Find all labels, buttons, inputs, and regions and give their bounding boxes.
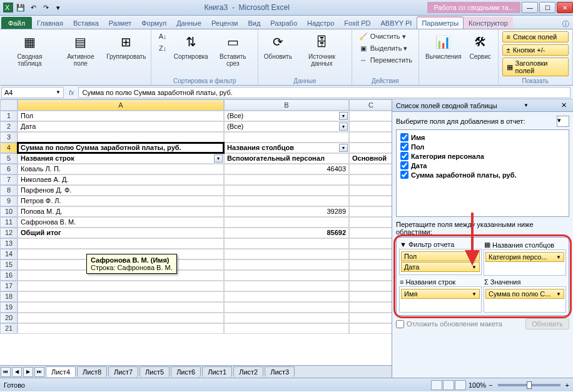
sheet-nav-last[interactable]: ⏭ (34, 367, 44, 377)
tab-home[interactable]: Главная (32, 17, 68, 29)
field-list-toggle[interactable]: ≡Список полей (502, 31, 569, 43)
row-header[interactable]: 12 (0, 228, 18, 238)
field-checkbox[interactable] (400, 152, 408, 160)
sheet-tab[interactable]: Лист3 (265, 366, 295, 377)
cell[interactable] (349, 196, 392, 206)
filter-dropdown-icon[interactable]: ▼ (339, 123, 348, 131)
select-all-corner[interactable] (0, 99, 18, 111)
update-button[interactable]: Обновить (525, 318, 569, 329)
row-header[interactable]: 17 (0, 281, 18, 291)
cell[interactable] (349, 185, 392, 196)
cell[interactable] (224, 249, 349, 259)
zoom-in-button[interactable]: + (565, 381, 569, 389)
tab-insert[interactable]: Вставка (68, 17, 104, 29)
row-header[interactable]: 6 (0, 164, 18, 174)
row-header[interactable]: 3 (0, 132, 18, 143)
cell[interactable] (349, 270, 392, 281)
field-checkbox[interactable] (400, 133, 408, 141)
field-item[interactable]: Пол (399, 142, 566, 151)
cell[interactable]: Петров Ф. Л. (18, 196, 224, 206)
select-button[interactable]: ▣Выделить ▾ (356, 43, 415, 54)
row-header[interactable]: 8 (0, 185, 18, 196)
row-pill[interactable]: Имя▼ (401, 289, 480, 299)
sort-asc-button[interactable]: A↓ (155, 31, 170, 42)
cell[interactable] (349, 143, 392, 153)
cell[interactable]: Названия столбцов▼ (224, 143, 349, 153)
buttons-toggle[interactable]: ±Кнопки +/- (502, 44, 569, 56)
field-item[interactable]: Дата (399, 161, 566, 170)
help-icon[interactable]: ⓘ (559, 19, 573, 29)
tab-addins[interactable]: Надстро (302, 17, 339, 29)
row-header[interactable]: 5 (0, 153, 18, 164)
column-pill[interactable]: Категория персо...▼ (485, 252, 564, 262)
cell[interactable] (349, 302, 392, 313)
headers-toggle[interactable]: ▦Заголовки полей (502, 58, 569, 76)
insert-slicer-button[interactable]: ▭Вставить срез (211, 31, 254, 68)
cell[interactable] (224, 323, 349, 334)
cell[interactable] (18, 291, 224, 302)
row-header[interactable]: 1 (0, 111, 18, 121)
col-header-a[interactable]: A (18, 99, 224, 111)
minimize-button[interactable]: — (522, 2, 538, 13)
row-header[interactable]: 19 (0, 302, 18, 313)
row-header[interactable]: 21 (0, 323, 18, 334)
row-header[interactable]: 13 (0, 238, 18, 249)
tab-pivot-options[interactable]: Параметры (417, 16, 464, 29)
cell[interactable] (18, 323, 224, 334)
row-header[interactable]: 4 (0, 143, 18, 153)
field-item[interactable]: Категория персонала (399, 151, 566, 161)
sheet-tab[interactable]: Лист7 (108, 366, 138, 377)
cell[interactable]: Попова М. Д. (18, 206, 224, 217)
tab-developer[interactable]: Разрабо (265, 17, 302, 29)
sheet-nav-next[interactable]: ▶ (23, 367, 33, 377)
active-cell[interactable]: Сумма по полю Сумма заработной платы, ру… (18, 143, 224, 153)
row-header[interactable]: 2 (0, 121, 18, 132)
tab-formulas[interactable]: Формул (136, 17, 171, 29)
row-header[interactable]: 11 (0, 217, 18, 228)
row-header[interactable]: 10 (0, 206, 18, 217)
filter-pill[interactable]: Пол▼ (401, 251, 480, 261)
sheet-nav-first[interactable]: ⏮ (1, 367, 11, 377)
cell[interactable]: Парфенов Д. Ф. (18, 185, 224, 196)
save-icon[interactable]: 💾 (15, 2, 26, 13)
rows-area[interactable]: Имя▼ (399, 286, 482, 313)
zoom-out-button[interactable]: − (489, 381, 492, 389)
tools-button[interactable]: 🛠Сервис (467, 31, 494, 61)
tab-abbyy[interactable]: ABBYY PI (375, 17, 417, 29)
cell[interactable]: Общий итог (18, 228, 224, 238)
cell[interactable] (224, 238, 349, 249)
sheet-tab[interactable]: Лист4 (46, 366, 76, 377)
sheet-tab[interactable]: Лист6 (171, 366, 201, 377)
sort-desc-button[interactable]: Z↓ (155, 43, 170, 54)
row-header[interactable]: 15 (0, 259, 18, 270)
close-button[interactable]: ✕ (557, 2, 573, 13)
tab-review[interactable]: Рецензи (206, 17, 243, 29)
filter-dropdown-icon[interactable]: ▼ (214, 154, 223, 163)
tab-file[interactable]: Файл (1, 17, 32, 29)
cell[interactable]: Коваль Л. П. (18, 164, 224, 174)
sheet-tab[interactable]: Лист2 (233, 366, 263, 377)
tab-foxit[interactable]: Foxit PD (339, 17, 375, 29)
pivot-table-button[interactable]: ▦Сводная таблица (4, 31, 56, 68)
row-header[interactable]: 14 (0, 249, 18, 259)
tab-view[interactable]: Вид (243, 17, 265, 29)
cell[interactable]: Пол (18, 111, 224, 121)
cell[interactable] (224, 270, 349, 281)
cell[interactable] (224, 185, 349, 196)
cell[interactable] (349, 249, 392, 259)
view-page-break-button[interactable] (455, 380, 466, 390)
cell[interactable] (224, 259, 349, 270)
data-source-button[interactable]: 🗄Источник данных (296, 31, 347, 68)
cell[interactable] (224, 281, 349, 291)
redo-icon[interactable]: ↷ (40, 2, 51, 13)
row-header[interactable]: 16 (0, 270, 18, 281)
sheet-nav-prev[interactable]: ◀ (12, 367, 22, 377)
spreadsheet-grid[interactable]: A B C 1 Пол (Все)▼ 2 Дата (Все)▼ 3 4 Сум… (0, 99, 392, 334)
name-box-input[interactable] (4, 89, 48, 96)
value-pill[interactable]: Сумма по полю С...▼ (485, 289, 564, 299)
cell[interactable] (349, 164, 392, 174)
cell[interactable] (349, 281, 392, 291)
cell[interactable] (349, 217, 392, 228)
cell[interactable]: 46403 (224, 164, 349, 174)
cell[interactable] (349, 121, 392, 132)
